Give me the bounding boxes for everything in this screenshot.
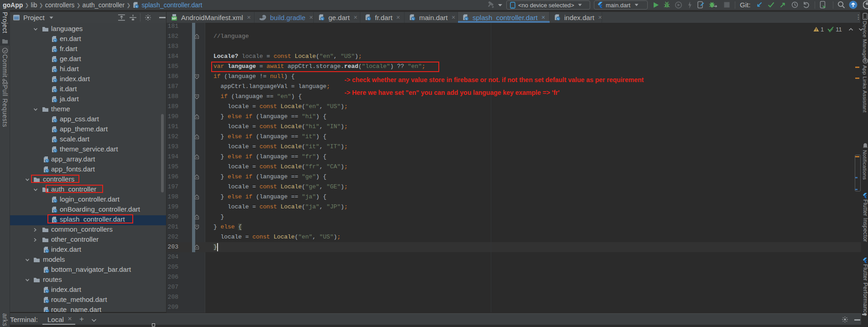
svg-text:MF: MF — [172, 17, 177, 20]
